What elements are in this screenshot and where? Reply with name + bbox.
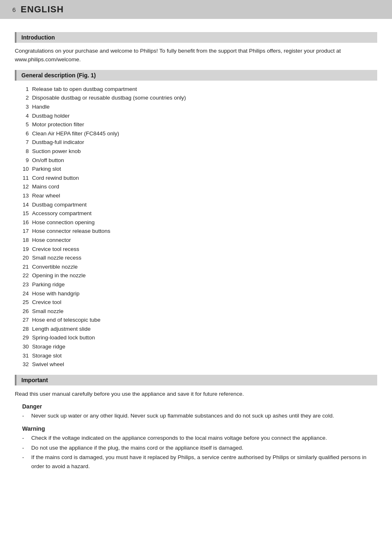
list-item: 26Small nozzle [15,307,377,316]
item-text: Handle [32,102,50,111]
important-intro-text: Read this user manual carefully before y… [15,390,377,399]
list-item: 11Cord rewind button [15,174,377,183]
item-number: 5 [15,120,29,129]
item-text: Spring-loaded lock button [32,333,95,342]
item-number: 1 [15,85,29,94]
item-number: 30 [15,342,29,351]
list-item: 16Hose connection opening [15,218,377,227]
item-text: Storage slot [32,351,62,360]
list-item: 7Dustbag-full indicator [15,138,377,147]
item-text: Suction power knob [32,147,81,156]
item-number: 2 [15,93,29,102]
item-text: Length adjustment slide [32,325,91,334]
dash: - [22,443,30,453]
danger-list: -Never suck up water or any other liquid… [22,411,377,420]
item-text: Hose end of telescopic tube [32,316,101,325]
list-item: 6Clean Air HEPA filter (FC8445 only) [15,129,377,138]
item-number: 28 [15,325,29,334]
item-text: Parking ridge [32,280,65,289]
item-number: 15 [15,209,29,218]
list-item: 15Accessory compartment [15,209,377,218]
list-item: 22Opening in the nozzle [15,271,377,280]
item-number: 29 [15,333,29,342]
dash: - [22,434,30,443]
item-number: 19 [15,245,29,254]
header-number: 6 [12,6,16,13]
item-number: 9 [15,156,29,165]
item-number: 12 [15,182,29,191]
list-item: 29Spring-loaded lock button [15,333,377,342]
general-description-list: 1Release tab to open dustbag compartment… [15,85,377,369]
list-item: 10Parking slot [15,165,377,174]
item-text: Accessory compartment [32,209,92,218]
list-item: -Never suck up water or any other liquid… [22,411,377,420]
item-text: Hose connection opening [32,218,95,227]
item-text: Dustbag-full indicator [32,138,84,147]
item-text: Storage ridge [32,342,65,351]
item-number: 17 [15,227,29,236]
item-number: 22 [15,271,29,280]
item-text: On/off button [32,156,64,165]
item-text: Small nozzle [32,307,64,316]
item-number: 20 [15,253,29,262]
item-text: Never suck up water or any other liquid.… [31,411,334,420]
item-number: 32 [15,360,29,369]
list-item: 24Hose with handgrip [15,289,377,298]
header-bar: 6 ENGLISH [0,0,392,19]
item-text: Rear wheel [32,191,60,200]
important-section-header: Important [15,375,377,385]
list-item: 2Disposable dustbag or reusable dustbag … [15,93,377,102]
item-text: Swivel wheel [32,360,64,369]
item-text: Motor protection filter [32,120,84,129]
item-number: 21 [15,262,29,272]
introduction-label: Introduction [21,34,55,41]
item-text: Crevice tool [32,298,61,307]
list-item: -If the mains cord is damaged, you must … [22,453,377,471]
list-item: 8Suction power knob [15,147,377,156]
item-number: 24 [15,289,29,298]
general-description-label: General description (Fig. 1) [21,72,96,79]
list-item: 19Crevice tool recess [15,245,377,254]
list-item: 23Parking ridge [15,280,377,289]
item-number: 31 [15,351,29,360]
introduction-section-header: Introduction [15,32,377,43]
item-number: 26 [15,307,29,316]
item-text: Crevice tool recess [32,245,79,254]
item-text: If the mains cord is damaged, you must h… [31,453,377,471]
item-text: Opening in the nozzle [32,271,86,280]
list-item: 1Release tab to open dustbag compartment [15,85,377,94]
list-item: 30Storage ridge [15,342,377,351]
item-text: Do not use the appliance if the plug, th… [31,443,243,453]
list-item: 25Crevice tool [15,298,377,307]
list-item: 13Rear wheel [15,191,377,200]
item-number: 25 [15,298,29,307]
item-text: Hose connector [32,236,71,245]
introduction-text: Congratulations on your purchase and wel… [15,47,377,64]
danger-title: Danger [22,403,377,410]
page: 6 ENGLISH Introduction Congratulations o… [0,0,392,557]
list-item: 21Convertible nozzle [15,262,377,272]
list-item: 18Hose connector [15,236,377,245]
list-item: 31Storage slot [15,351,377,360]
item-text: Cord rewind button [32,174,79,183]
item-number: 18 [15,236,29,245]
item-number: 6 [15,129,29,138]
list-item: 28Length adjustment slide [15,325,377,334]
item-number: 3 [15,102,29,111]
list-item: 9On/off button [15,156,377,165]
list-item: 17Hose connector release buttons [15,227,377,236]
list-item: 32Swivel wheel [15,360,377,369]
list-item: -Do not use the appliance if the plug, t… [22,443,377,453]
warning-list: -Check if the voltage indicated on the a… [22,434,377,471]
item-text: Hose with handgrip [32,289,80,298]
item-number: 10 [15,165,29,174]
warning-title: Warning [22,425,377,432]
item-number: 8 [15,147,29,156]
list-item: 4Dustbag holder [15,111,377,121]
content: Introduction Congratulations on your pur… [0,19,392,479]
item-text: Dustbag compartment [32,200,87,209]
item-text: Parking slot [32,165,61,174]
item-number: 11 [15,174,29,183]
item-number: 7 [15,138,29,147]
list-item: -Check if the voltage indicated on the a… [22,434,377,443]
